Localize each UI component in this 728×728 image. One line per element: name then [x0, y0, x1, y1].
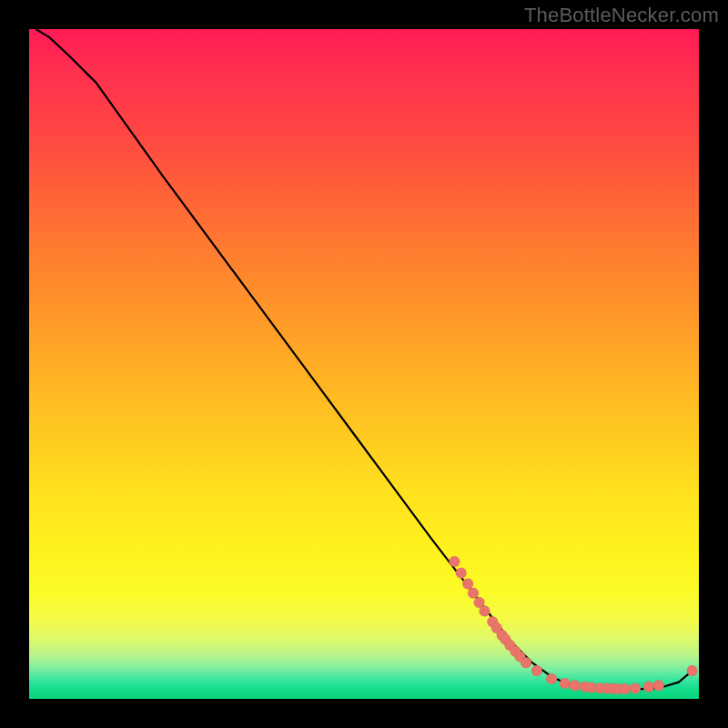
plot-area: [29, 29, 699, 699]
chart-overlay: [29, 29, 699, 699]
scatter-points: [449, 556, 697, 694]
data-point: [468, 588, 479, 599]
data-point: [653, 680, 664, 691]
data-point: [687, 665, 698, 676]
data-point: [456, 568, 467, 579]
data-point: [630, 683, 641, 694]
watermark-text: TheBottleNecker.com: [524, 4, 719, 27]
data-point: [643, 682, 654, 693]
data-point: [531, 665, 542, 676]
data-point: [449, 556, 460, 567]
data-point: [546, 673, 557, 684]
chart-stage: TheBottleNecker.com: [0, 0, 728, 728]
curve-line: [35, 29, 692, 690]
data-point: [521, 657, 531, 668]
data-point: [479, 606, 490, 617]
data-point: [570, 680, 581, 691]
data-point: [620, 683, 631, 694]
data-point: [462, 578, 473, 589]
data-point: [560, 678, 571, 689]
